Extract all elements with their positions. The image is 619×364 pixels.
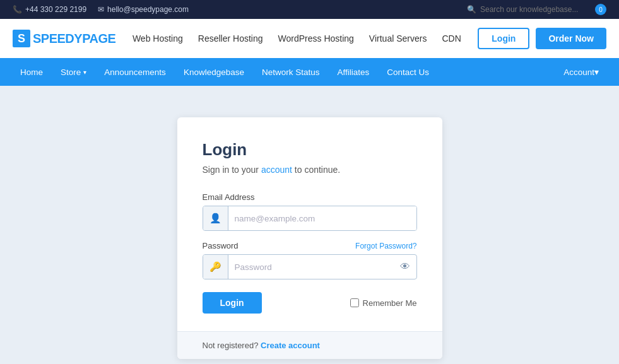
login-submit-button[interactable]: Login bbox=[203, 292, 262, 314]
sec-nav-account[interactable]: Account ▾ bbox=[556, 58, 606, 86]
email-icon: ✉ bbox=[98, 5, 104, 14]
top-bar-right: 🔍 0 bbox=[467, 4, 606, 15]
login-subtitle-end: to continue. bbox=[292, 165, 340, 175]
not-registered-text: Not registered? bbox=[203, 341, 259, 350]
store-dropdown-arrow: ▾ bbox=[83, 69, 86, 76]
sec-nav-announcements[interactable]: Announcements bbox=[97, 58, 174, 86]
phone-number: +44 330 229 2199 bbox=[25, 5, 86, 14]
login-subtitle-link[interactable]: account bbox=[261, 165, 292, 175]
password-input[interactable] bbox=[228, 255, 394, 279]
nav-links: Web Hosting Reseller Hosting WordPress H… bbox=[133, 33, 461, 44]
create-account-link[interactable]: Create account bbox=[261, 341, 320, 350]
login-title: Login bbox=[203, 140, 417, 160]
phone-info: 📞 +44 330 229 2199 bbox=[13, 5, 86, 14]
login-subtitle: Sign in to your account to continue. bbox=[203, 165, 417, 175]
cart-badge[interactable]: 0 bbox=[595, 4, 606, 15]
form-actions: Login Remember Me bbox=[203, 292, 417, 314]
sec-nav-network-status[interactable]: Network Status bbox=[254, 58, 327, 86]
login-footer: Not registered? Create account bbox=[177, 331, 442, 359]
user-icon: 👤 bbox=[203, 206, 228, 230]
nav-web-hosting[interactable]: Web Hosting bbox=[133, 33, 183, 44]
phone-icon: 📞 bbox=[13, 5, 22, 14]
account-dropdown-arrow: ▾ bbox=[594, 67, 599, 77]
page-content: Login Sign in to your account to continu… bbox=[0, 86, 619, 364]
logo[interactable]: S SPEEDYPAGE bbox=[13, 30, 115, 47]
toggle-password-icon[interactable]: 👁 bbox=[394, 261, 416, 273]
password-label-row: Password Forgot Password? bbox=[203, 241, 417, 250]
login-subtitle-text: Sign in to your bbox=[203, 165, 261, 175]
logo-speedy: SPEEDY bbox=[33, 32, 82, 45]
email-input[interactable] bbox=[228, 206, 416, 230]
email-form-group: Email Address 👤 bbox=[203, 192, 417, 231]
sec-nav-store[interactable]: Store ▾ bbox=[53, 58, 94, 86]
remember-me-checkbox[interactable] bbox=[350, 298, 359, 307]
nav-cdn[interactable]: CDN bbox=[442, 33, 461, 44]
search-area[interactable]: 🔍 bbox=[467, 5, 587, 14]
password-label: Password bbox=[203, 241, 239, 250]
nav-wordpress-hosting[interactable]: WordPress Hosting bbox=[278, 33, 354, 44]
logo-icon: S bbox=[13, 30, 30, 47]
header-order-button[interactable]: Order Now bbox=[536, 28, 606, 49]
top-bar: 📞 +44 330 229 2199 ✉ hello@speedypage.co… bbox=[0, 0, 619, 19]
search-input[interactable] bbox=[480, 5, 587, 14]
main-nav: S SPEEDYPAGE Web Hosting Reseller Hostin… bbox=[0, 19, 619, 58]
secondary-nav: Home Store ▾ Announcements Knowledgebase… bbox=[0, 58, 619, 86]
sec-nav-right: Account ▾ bbox=[556, 58, 606, 86]
password-input-wrap: 🔑 👁 bbox=[203, 254, 417, 279]
search-icon: 🔍 bbox=[467, 5, 476, 14]
remember-me-text: Remember Me bbox=[363, 298, 417, 308]
login-card: Login Sign in to your account to continu… bbox=[177, 117, 442, 359]
nav-actions: Login Order Now bbox=[478, 28, 606, 49]
nav-reseller-hosting[interactable]: Reseller Hosting bbox=[198, 33, 263, 44]
sec-nav-affiliates[interactable]: Affiliates bbox=[330, 58, 377, 86]
sec-nav-contact[interactable]: Contact Us bbox=[379, 58, 437, 86]
sec-nav-links: Home Store ▾ Announcements Knowledgebase… bbox=[13, 58, 437, 86]
forgot-password-link[interactable]: Forgot Password? bbox=[355, 242, 416, 250]
email-label: Email Address bbox=[203, 192, 417, 202]
logo-text: SPEEDYPAGE bbox=[33, 32, 115, 46]
nav-virtual-servers[interactable]: Virtual Servers bbox=[369, 33, 427, 44]
logo-page: PAGE bbox=[82, 32, 115, 45]
password-form-group: Password Forgot Password? 🔑 👁 bbox=[203, 241, 417, 279]
top-bar-left: 📞 +44 330 229 2199 ✉ hello@speedypage.co… bbox=[13, 5, 189, 14]
email-info: ✉ hello@speedypage.com bbox=[98, 5, 189, 14]
email-input-wrap: 👤 bbox=[203, 206, 417, 231]
sec-nav-home[interactable]: Home bbox=[13, 58, 50, 86]
remember-me-label[interactable]: Remember Me bbox=[350, 298, 417, 308]
login-body: Login Sign in to your account to continu… bbox=[177, 117, 442, 331]
email-address: hello@speedypage.com bbox=[107, 5, 189, 14]
sec-nav-knowledgebase[interactable]: Knowledgebase bbox=[176, 58, 252, 86]
header-login-button[interactable]: Login bbox=[478, 28, 529, 49]
lock-icon: 🔑 bbox=[203, 255, 228, 279]
